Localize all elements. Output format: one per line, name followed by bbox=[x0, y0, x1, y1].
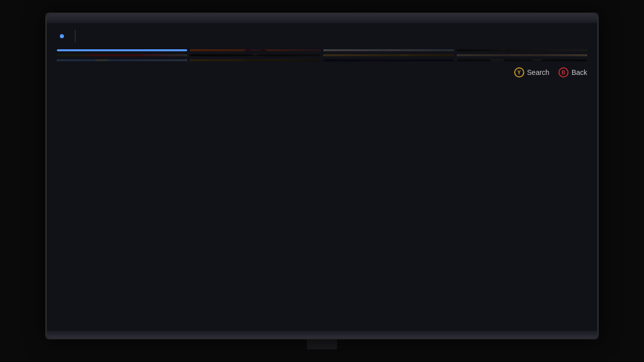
search-label: Search bbox=[527, 68, 549, 76]
back-control[interactable]: BBack bbox=[558, 67, 587, 77]
show-title-hung: Hung bbox=[457, 54, 587, 56]
tv-bottom-bar bbox=[47, 331, 597, 338]
tv-screen: Family TreeFoo Fighters: Sonic HighwaysG… bbox=[47, 23, 597, 331]
search-button-circle: Y bbox=[514, 67, 524, 77]
show-title-in-treatment: In Treatment bbox=[457, 59, 587, 61]
app-header bbox=[47, 23, 597, 47]
show-title-family-tree: Family Tree bbox=[58, 49, 186, 50]
show-card-game-of-thrones[interactable]: Game of Thrones bbox=[190, 54, 320, 56]
hbo-dot-icon bbox=[60, 34, 64, 38]
tv-top-bar bbox=[47, 14, 597, 23]
show-card-getting-on[interactable]: Getting On bbox=[324, 49, 454, 51]
show-card-five-days[interactable]: Five Days bbox=[57, 54, 187, 56]
hbo-logo bbox=[57, 34, 64, 38]
show-card-hello-ladies[interactable]: Hello Ladies bbox=[324, 59, 454, 61]
show-card-hung[interactable]: Hung bbox=[457, 54, 587, 56]
show-card-generation-kill[interactable]: Generation Kill bbox=[190, 59, 320, 61]
show-card-foo-fighters[interactable]: Foo Fighters: Sonic Highways bbox=[190, 49, 320, 51]
show-title-flight: Flight of the Conchords bbox=[57, 59, 187, 61]
tv-outer: Family TreeFoo Fighters: Sonic HighwaysG… bbox=[45, 13, 599, 349]
search-control[interactable]: YSearch bbox=[514, 67, 549, 77]
show-title-hello-ladies: Hello Ladies bbox=[324, 59, 454, 61]
show-title-girls: Girls bbox=[324, 54, 454, 56]
shows-grid: Family TreeFoo Fighters: Sonic HighwaysG… bbox=[47, 47, 597, 61]
back-label: Back bbox=[572, 68, 587, 76]
bottom-controls: YSearchBBack bbox=[47, 61, 597, 83]
header-divider bbox=[75, 30, 75, 42]
show-title-getting-on: Getting On bbox=[324, 49, 454, 51]
show-card-in-treatment[interactable]: In Treatment bbox=[457, 59, 587, 61]
show-title-generation-kill: Generation Kill bbox=[190, 59, 320, 61]
tv-frame: Family TreeFoo Fighters: Sonic HighwaysG… bbox=[45, 13, 599, 339]
tv-stand bbox=[307, 339, 337, 349]
show-title-how-to: How to Make It in Ameri... bbox=[457, 49, 587, 51]
show-title-game-of-thrones: Game of Thrones bbox=[190, 54, 320, 56]
show-card-family-tree[interactable]: Family Tree bbox=[57, 49, 187, 51]
show-card-girls[interactable]: Girls bbox=[324, 54, 454, 56]
show-card-how-to[interactable]: How to Make It in Ameri... bbox=[457, 49, 587, 51]
back-button-circle: B bbox=[558, 67, 569, 77]
show-title-five-days: Five Days bbox=[57, 54, 187, 56]
show-card-flight[interactable]: Flight of the Conchords bbox=[57, 59, 187, 61]
show-title-foo-fighters: Foo Fighters: Sonic Highways bbox=[190, 49, 320, 51]
